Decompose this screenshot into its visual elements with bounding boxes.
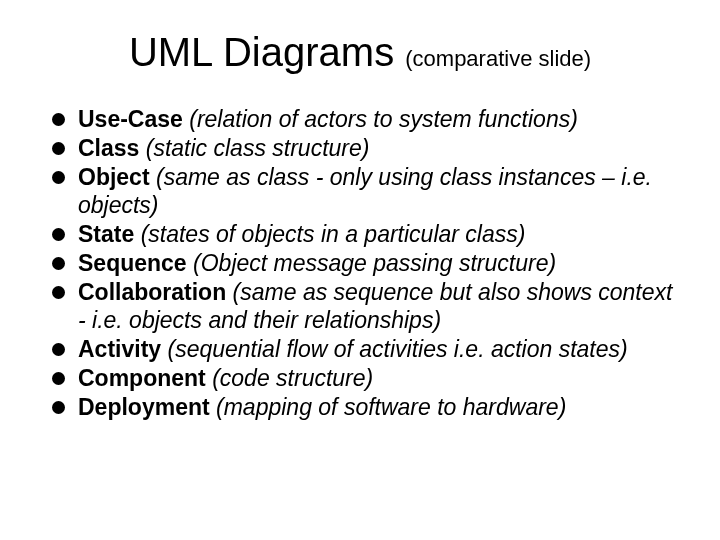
item-name: Class (78, 135, 139, 161)
item-name: Activity (78, 336, 161, 362)
item-desc: (states of objects in a particular class… (134, 221, 525, 247)
item-desc: (mapping of software to hardware) (210, 394, 567, 420)
list-item: Class (static class structure) (50, 134, 680, 163)
list-item: Sequence (Object message passing structu… (50, 249, 680, 278)
list-item: State (states of objects in a particular… (50, 220, 680, 249)
bullet-list: Use-Case (relation of actors to system f… (40, 105, 680, 421)
item-name: Sequence (78, 250, 187, 276)
item-name: Object (78, 164, 150, 190)
item-desc: (code structure) (206, 365, 373, 391)
item-desc: (sequential flow of activities i.e. acti… (161, 336, 628, 362)
list-item: Activity (sequential flow of activities … (50, 335, 680, 364)
item-name: Collaboration (78, 279, 226, 305)
list-item: Use-Case (relation of actors to system f… (50, 105, 680, 134)
list-item: Object (same as class - only using class… (50, 163, 680, 221)
item-desc: (Object message passing structure) (187, 250, 556, 276)
list-item: Deployment (mapping of software to hardw… (50, 393, 680, 422)
slide-title: UML Diagrams (comparative slide) (40, 30, 680, 75)
item-name: Use-Case (78, 106, 183, 132)
list-item: Component (code structure) (50, 364, 680, 393)
item-desc: (same as class - only using class instan… (78, 164, 652, 219)
title-main: UML Diagrams (129, 30, 405, 74)
item-desc: (relation of actors to system functions) (183, 106, 578, 132)
item-desc: (static class structure) (139, 135, 369, 161)
list-item: Collaboration (same as sequence but also… (50, 278, 680, 336)
slide: UML Diagrams (comparative slide) Use-Cas… (0, 0, 720, 540)
item-name: Deployment (78, 394, 210, 420)
item-name: State (78, 221, 134, 247)
item-name: Component (78, 365, 206, 391)
title-sub: (comparative slide) (405, 46, 591, 71)
